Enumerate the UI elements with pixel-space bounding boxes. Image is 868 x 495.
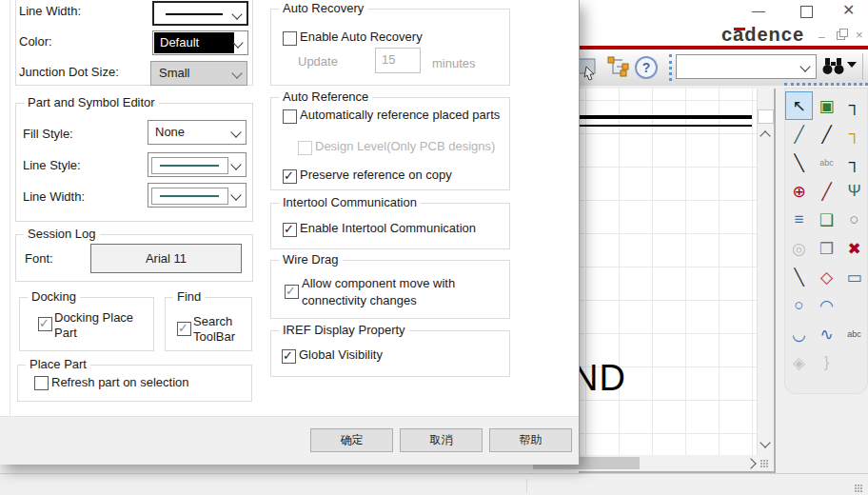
tool-place-part-icon[interactable]: ▣ <box>813 91 840 120</box>
tool-draw-elliptical-arc-icon[interactable]: ◡ <box>785 320 813 348</box>
palette-empty-cell <box>840 348 868 377</box>
group-title: Wire Drag <box>279 252 343 267</box>
tool-draw-bezier-icon[interactable]: ∿ <box>813 320 840 348</box>
group-title: Intertool Communication <box>279 195 421 209</box>
line-style-combo[interactable] <box>148 152 247 177</box>
design-level-label: Design Level(Only PCB designs) <box>315 139 495 153</box>
tool-place-net-alias-icon[interactable]: abc <box>813 148 840 177</box>
search-combobox[interactable] <box>676 54 817 79</box>
schematic-canvas[interactable]: ND <box>579 89 757 473</box>
preserve-reference-checkbox[interactable] <box>283 169 297 184</box>
search-toolbar-checkbox[interactable] <box>177 322 191 336</box>
window-resize-grip[interactable] <box>855 485 862 492</box>
toolbar-drag-handle[interactable] <box>669 54 672 81</box>
help-icon[interactable]: ? <box>632 53 661 82</box>
tool-select-icon[interactable]: ↖ <box>785 91 813 120</box>
refresh-part-label: Refresh part on selection <box>51 375 189 389</box>
chevron-down-icon <box>230 159 241 169</box>
dropdown-arrow-icon[interactable] <box>847 62 857 68</box>
preserve-reference-label: Preserve reference on copy <box>300 168 452 182</box>
session-font-button[interactable]: Arial 11 <box>90 244 242 273</box>
mdi-close-icon[interactable]: × <box>856 29 863 42</box>
group-title: Docking <box>28 289 80 304</box>
tool-place-junction-icon[interactable]: ⊕ <box>785 177 813 206</box>
line-width-label: Line Width: <box>19 4 81 18</box>
binoculars-search-icon[interactable] <box>821 55 846 78</box>
enable-auto-recovery-label: Enable Auto Recovery <box>300 30 423 44</box>
cadence-logo: cadence <box>721 24 804 46</box>
canvas-net-label[interactable]: ND <box>579 358 626 399</box>
schematic-wire-thick[interactable] <box>579 115 752 119</box>
line-width-combo[interactable] <box>152 1 248 26</box>
enable-intertool-checkbox[interactable] <box>283 223 297 237</box>
font-label: Font: <box>25 251 53 266</box>
tool-place-bus-icon[interactable]: ╱ <box>813 120 840 148</box>
design-level-checkbox <box>298 141 312 155</box>
tool-place-off-page-connector-icon[interactable]: ○ <box>840 206 868 234</box>
line-style-sample-box <box>151 157 228 174</box>
global-visibility-checkbox[interactable] <box>282 349 296 364</box>
group-title: Auto Reference <box>279 89 372 104</box>
junction-dot-size-value: Small <box>159 66 190 80</box>
tool-draw-ellipse-icon[interactable]: ○ <box>785 291 813 320</box>
tool-place-ground-icon[interactable]: ≡ <box>785 206 813 234</box>
palette-drag-handle[interactable] <box>784 83 868 86</box>
enable-auto-recovery-checkbox[interactable] <box>283 31 297 46</box>
logo-red-macron <box>734 28 745 30</box>
maximize-icon[interactable] <box>800 6 813 18</box>
line-sample-teal <box>160 165 219 167</box>
minimize-icon[interactable]: — <box>752 4 765 17</box>
tool-draw-polyline-icon[interactable]: ◇ <box>813 263 840 291</box>
tool-place-text-icon[interactable]: abc <box>840 320 868 348</box>
line-sample-black <box>166 13 223 15</box>
tool-place-no-connect-icon[interactable]: ✖ <box>840 234 868 263</box>
group-title: Find <box>173 289 205 304</box>
status-bar <box>0 473 868 495</box>
fill-style-combo[interactable]: None <box>148 120 247 145</box>
hierarchy-icon[interactable] <box>605 55 632 80</box>
status-separator <box>526 479 527 492</box>
auto-reference-label: Automatically reference placed parts <box>300 108 500 122</box>
tool-draw-rectangle-icon[interactable]: ▭ <box>840 263 868 291</box>
vertical-scrollbar-thumb[interactable] <box>758 109 774 124</box>
color-combo[interactable]: Default <box>152 30 248 55</box>
tool-place-power-icon[interactable]: Ψ <box>840 177 868 206</box>
mdi-minimize-icon[interactable]: – <box>819 30 825 44</box>
preferences-dialog: Line Width: Color: Default Junction Dot … <box>0 0 580 465</box>
chevron-down-icon[interactable] <box>799 61 810 71</box>
tool-place-hierarchical-port-icon[interactable]: ❒ <box>813 234 840 263</box>
tool-place-hierarchical-pin-icon: ◎ <box>785 234 813 263</box>
wire-drag-checkbox[interactable] <box>285 285 299 299</box>
close-icon[interactable]: ✕ <box>842 4 855 17</box>
junction-dot-size-combo[interactable]: Small <box>150 61 247 86</box>
tool-place-auto-wire-bus-icon[interactable]: ╲ <box>785 148 813 177</box>
tool-palette-grid: ↖▣┐╱╱┐╲abc┐⊕╱Ψ≡❑○◎❒✖╲◇▭○◠◡∿abc◈} <box>785 91 868 377</box>
tool-draw-arc-icon[interactable]: ◠ <box>813 291 840 320</box>
schematic-wire-thin[interactable] <box>579 125 752 127</box>
line-width-sample-box <box>151 188 228 205</box>
tool-place-auto-bus-icon[interactable]: ┐ <box>840 120 868 148</box>
line-width-combo-2[interactable] <box>148 183 247 208</box>
cancel-button[interactable]: 取消 <box>400 428 483 452</box>
tool-draw-line-icon[interactable]: ╲ <box>785 263 813 291</box>
mdi-restore-icon[interactable] <box>837 31 845 40</box>
tool-place-pin-array-icon: } <box>813 348 840 377</box>
help-button[interactable]: 帮助 <box>489 428 572 452</box>
dialog-footer: 确定 取消 帮助 <box>0 416 579 465</box>
tool-place-auto-wire-icon[interactable]: ╱ <box>785 120 813 148</box>
tool-place-pin-icon[interactable]: ╱ <box>813 177 840 206</box>
toolbar-separator <box>862 53 863 80</box>
tool-place-ip-icon: ◈ <box>785 348 813 377</box>
tool-place-wire-icon[interactable]: ┐ <box>840 91 868 120</box>
pane-resize-grip[interactable] <box>760 460 768 467</box>
tool-place-bus-entry-icon[interactable]: ┐ <box>840 148 868 177</box>
ok-button[interactable]: 确定 <box>310 428 393 452</box>
vertical-scrollbar[interactable] <box>757 89 775 455</box>
update-minutes-input[interactable]: 15 <box>375 48 421 73</box>
color-combo-value: Default <box>154 32 234 53</box>
docking-place-part-checkbox[interactable] <box>38 317 52 331</box>
refresh-part-checkbox[interactable] <box>34 376 49 390</box>
tool-place-hierarchical-block-icon[interactable]: ❑ <box>813 206 840 234</box>
chevron-down-icon <box>231 9 242 19</box>
auto-reference-checkbox[interactable] <box>283 109 297 124</box>
